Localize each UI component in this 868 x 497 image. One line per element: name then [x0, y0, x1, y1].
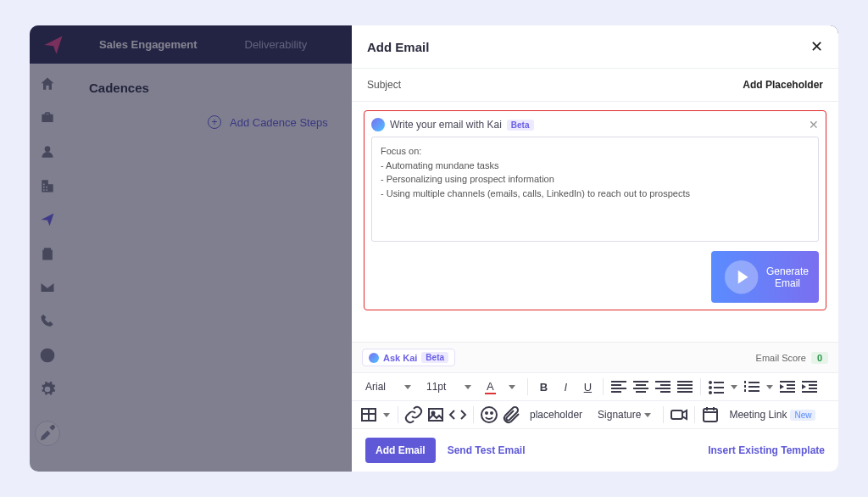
emoji-icon[interactable]: [479, 405, 499, 425]
chevron-down-icon: [404, 385, 411, 389]
ask-kai-button[interactable]: Ask Kai Beta: [362, 349, 455, 366]
underline-button[interactable]: U: [577, 377, 598, 397]
editor-toolbar: Arial 11pt A B I U: [352, 373, 838, 429]
text-color-button[interactable]: A: [480, 377, 500, 397]
kai-header-text: Write your email with Kai: [390, 119, 502, 131]
image-icon[interactable]: [426, 405, 446, 425]
chart-icon[interactable]: [39, 347, 56, 364]
svg-point-1: [709, 381, 712, 384]
mail-icon[interactable]: [39, 279, 56, 296]
svg-point-8: [486, 412, 487, 414]
app-logo-icon: [42, 33, 65, 57]
kai-assist-box: Write your email with Kai Beta ✕ Generat…: [364, 110, 826, 310]
svg-point-3: [709, 391, 712, 394]
numbered-list-icon[interactable]: [742, 377, 762, 397]
attachment-icon[interactable]: [501, 405, 521, 425]
svg-rect-10: [671, 410, 682, 419]
meeting-link-button[interactable]: Meeting Link New: [722, 405, 822, 424]
plus-icon: +: [208, 115, 221, 129]
add-email-button[interactable]: Add Email: [365, 438, 436, 463]
email-score-value: 0: [811, 352, 828, 364]
chevron-down-icon: [644, 413, 651, 417]
table-icon[interactable]: [359, 405, 379, 425]
chevron-down-icon[interactable]: [728, 377, 740, 397]
add-email-panel: Add Email ✕ Subject Add Placeholder Writ…: [352, 25, 838, 472]
svg-point-2: [709, 386, 712, 389]
kai-avatar-icon: [369, 353, 379, 363]
insert-template-button[interactable]: Insert Existing Template: [708, 444, 825, 456]
building-icon[interactable]: [39, 177, 56, 194]
video-icon[interactable]: [669, 405, 689, 425]
chevron-down-icon[interactable]: [381, 405, 392, 425]
send-test-email-button[interactable]: Send Test Email: [448, 444, 526, 456]
panel-title: Add Email: [367, 40, 429, 54]
indent-icon[interactable]: [799, 377, 820, 397]
email-score: Email Score 0: [756, 352, 828, 364]
svg-rect-11: [704, 409, 717, 422]
svg-rect-5: [429, 409, 442, 421]
chevron-down-icon[interactable]: [764, 377, 776, 397]
new-badge: New: [790, 410, 815, 421]
beta-badge: Beta: [421, 352, 448, 363]
kai-prompt-textarea[interactable]: [371, 137, 819, 242]
chevron-down-icon: [465, 385, 471, 389]
placeholder-button[interactable]: placeholder: [523, 405, 589, 424]
send-icon[interactable]: [39, 211, 56, 228]
align-right-icon[interactable]: [653, 377, 673, 397]
font-size-select[interactable]: 11pt: [420, 377, 478, 396]
signature-select[interactable]: Signature: [591, 405, 658, 424]
subject-label[interactable]: Subject: [367, 79, 401, 91]
italic-button[interactable]: I: [555, 377, 576, 397]
svg-point-9: [491, 412, 492, 414]
tab-sales-engagement[interactable]: Sales Engagement: [75, 25, 221, 64]
kai-close-icon[interactable]: ✕: [809, 118, 819, 131]
briefcase-icon[interactable]: [39, 109, 56, 126]
generate-email-button[interactable]: Generate Email: [711, 251, 819, 303]
kai-avatar-icon: [371, 118, 385, 131]
align-justify-icon[interactable]: [675, 377, 695, 397]
home-icon[interactable]: [39, 75, 56, 92]
user-icon[interactable]: [39, 143, 56, 160]
gear-icon[interactable]: [39, 381, 56, 398]
align-center-icon[interactable]: [631, 377, 651, 397]
left-sidebar: [30, 64, 65, 472]
close-icon[interactable]: ✕: [810, 37, 823, 56]
calendar-icon[interactable]: [700, 405, 721, 425]
link-icon[interactable]: [403, 405, 424, 425]
chevron-down-icon[interactable]: [502, 377, 522, 397]
outdent-icon[interactable]: [777, 377, 798, 397]
bullet-list-icon[interactable]: [706, 377, 726, 397]
svg-point-7: [481, 407, 497, 422]
align-left-icon[interactable]: [609, 377, 629, 397]
font-family-select[interactable]: Arial: [359, 377, 418, 396]
code-icon[interactable]: [448, 405, 468, 425]
tab-deliverability[interactable]: Deliverability: [221, 25, 331, 64]
clipboard-icon[interactable]: [39, 245, 56, 262]
add-placeholder-button[interactable]: Add Placeholder: [743, 79, 823, 91]
bold-button[interactable]: B: [533, 377, 554, 397]
beta-badge: Beta: [507, 120, 534, 131]
rocket-fab-icon[interactable]: [35, 421, 60, 446]
phone-icon[interactable]: [39, 313, 56, 330]
